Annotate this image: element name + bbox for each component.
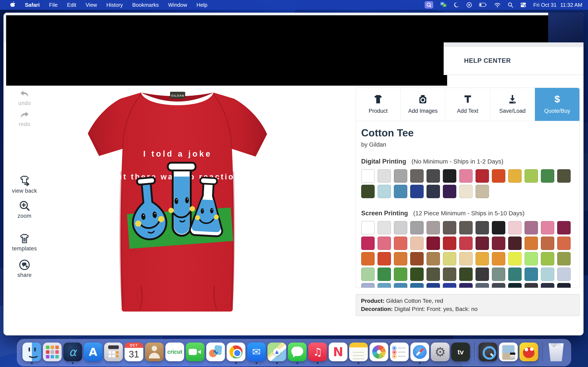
- trash-dock-icon[interactable]: [547, 342, 566, 361]
- digital-color-swatch[interactable]: [361, 185, 375, 198]
- reminders-dock-icon[interactable]: [390, 342, 409, 361]
- screen-color-swatch[interactable]: [361, 252, 375, 266]
- screen-color-swatch[interactable]: [476, 283, 489, 288]
- news-dock-icon[interactable]: N: [329, 342, 347, 361]
- launchpad-dock-icon[interactable]: [43, 342, 62, 361]
- screen-color-swatch[interactable]: [426, 236, 440, 250]
- now-playing-icon[interactable]: [466, 2, 472, 8]
- screen-color-swatch[interactable]: [476, 252, 489, 266]
- cricut-dock-icon[interactable]: cricut: [165, 342, 184, 361]
- menu-item-view[interactable]: View: [86, 2, 97, 8]
- music-dock-icon[interactable]: ♫: [308, 342, 327, 361]
- menu-item-help[interactable]: Help: [196, 2, 207, 8]
- screen-color-swatch[interactable]: [394, 252, 407, 266]
- help-center-link[interactable]: HELP CENTER: [464, 57, 511, 64]
- digital-color-swatch[interactable]: [459, 169, 473, 183]
- digital-color-swatch[interactable]: [541, 169, 554, 183]
- facetime-dock-icon[interactable]: [186, 342, 205, 361]
- digital-color-swatch[interactable]: [394, 185, 407, 198]
- screen-color-swatch[interactable]: [378, 283, 391, 288]
- tab-add-text[interactable]: Add Text: [445, 88, 490, 121]
- digital-color-swatch[interactable]: [525, 169, 538, 183]
- chrome-dock-icon[interactable]: [227, 342, 245, 361]
- screen-color-swatch[interactable]: [378, 221, 391, 234]
- calendar-dock-icon[interactable]: OCT31: [125, 342, 143, 361]
- finder-dock-icon[interactable]: [22, 342, 41, 361]
- menu-clock[interactable]: Fri Oct 31 11:32 AM: [533, 2, 582, 8]
- digital-color-swatch[interactable]: [443, 185, 456, 198]
- safari-dock-icon[interactable]: [410, 342, 429, 361]
- alpha-app-dock-icon[interactable]: α: [63, 342, 82, 361]
- screen-color-swatch[interactable]: [410, 221, 424, 234]
- screen-color-swatch[interactable]: [525, 267, 538, 281]
- messages-dock-icon[interactable]: [288, 342, 307, 361]
- screen-color-swatch[interactable]: [394, 236, 407, 250]
- digital-color-swatch[interactable]: [508, 169, 522, 183]
- digital-color-swatch[interactable]: [476, 185, 489, 198]
- screen-color-swatch[interactable]: [492, 283, 505, 288]
- screen-color-swatch[interactable]: [459, 236, 473, 250]
- screen-color-swatch[interactable]: [476, 267, 489, 281]
- screen-color-swatch[interactable]: [557, 283, 571, 288]
- tab-add-images[interactable]: Add Images: [401, 88, 445, 121]
- screen-color-swatch[interactable]: [541, 221, 554, 234]
- screen-color-swatch[interactable]: [361, 221, 375, 234]
- share-button[interactable]: share: [7, 259, 42, 278]
- preview-dock-icon[interactable]: [499, 342, 518, 361]
- calculator-dock-icon[interactable]: [104, 342, 123, 361]
- screen-color-swatch[interactable]: [410, 252, 424, 266]
- maps-dock-icon[interactable]: ▲: [268, 342, 286, 361]
- digital-color-swatch[interactable]: [492, 169, 505, 183]
- screen-color-swatch[interactable]: [410, 267, 424, 281]
- focus-moon-icon[interactable]: [454, 2, 459, 8]
- screen-color-swatch[interactable]: [378, 252, 391, 266]
- screen-color-swatch[interactable]: [557, 252, 571, 266]
- screen-color-swatch[interactable]: [557, 221, 571, 234]
- screen-color-swatch[interactable]: [378, 267, 391, 281]
- menu-item-file[interactable]: File: [49, 2, 58, 8]
- screen-color-swatch[interactable]: [361, 236, 375, 250]
- screen-color-swatch[interactable]: [426, 267, 440, 281]
- screen-color-swatch[interactable]: [508, 236, 522, 250]
- menu-item-bookmarks[interactable]: Bookmarks: [132, 2, 159, 8]
- digital-color-swatch[interactable]: [459, 185, 473, 198]
- screen-color-swatch[interactable]: [410, 236, 424, 250]
- screen-color-swatch[interactable]: [525, 283, 538, 288]
- screen-color-swatch[interactable]: [361, 283, 375, 288]
- zoom-button[interactable]: zoom: [7, 200, 42, 219]
- screen-color-swatch[interactable]: [459, 267, 473, 281]
- battery-icon[interactable]: [479, 2, 487, 8]
- quicktime-dock-icon[interactable]: [479, 342, 497, 361]
- screen-color-swatch[interactable]: [459, 221, 473, 234]
- digital-color-swatch[interactable]: [410, 169, 424, 183]
- screen-color-swatch[interactable]: [426, 221, 440, 234]
- screen-color-swatch[interactable]: [361, 267, 375, 281]
- apple-tv-dock-icon[interactable]: tv: [451, 342, 470, 361]
- screen-color-swatch[interactable]: [426, 283, 440, 288]
- screen-color-swatch[interactable]: [443, 236, 456, 250]
- tab-product[interactable]: Product: [356, 88, 401, 121]
- screen-color-swatch[interactable]: [525, 236, 538, 250]
- menu-item-edit[interactable]: Edit: [67, 2, 76, 8]
- screen-color-swatch[interactable]: [525, 221, 538, 234]
- arcade-game-dock-icon[interactable]: [519, 342, 538, 361]
- screen-color-swatch[interactable]: [508, 267, 522, 281]
- screen-color-swatch[interactable]: [541, 283, 554, 288]
- digital-color-swatch[interactable]: [361, 169, 375, 183]
- screen-color-swatch[interactable]: [541, 252, 554, 266]
- active-app-name[interactable]: Safari: [25, 2, 40, 8]
- wifi-icon[interactable]: [494, 2, 501, 8]
- screen-color-swatch[interactable]: [508, 252, 522, 266]
- app-store-dock-icon[interactable]: A: [84, 342, 103, 361]
- screen-color-swatch[interactable]: [508, 221, 522, 234]
- digital-color-swatch[interactable]: [394, 169, 407, 183]
- screen-color-swatch[interactable]: [541, 267, 554, 281]
- screen-color-swatch[interactable]: [492, 252, 505, 266]
- shirt-preview[interactable]: GILDAN I told a joke but there was no re…: [80, 86, 276, 318]
- screen-color-swatch[interactable]: [508, 283, 522, 288]
- screen-color-swatch[interactable]: [443, 252, 456, 266]
- screen-color-swatch[interactable]: [378, 236, 391, 250]
- screen-color-swatch[interactable]: [492, 236, 505, 250]
- mail-dock-icon[interactable]: ✉: [247, 342, 266, 361]
- redo-button[interactable]: redo: [7, 110, 42, 127]
